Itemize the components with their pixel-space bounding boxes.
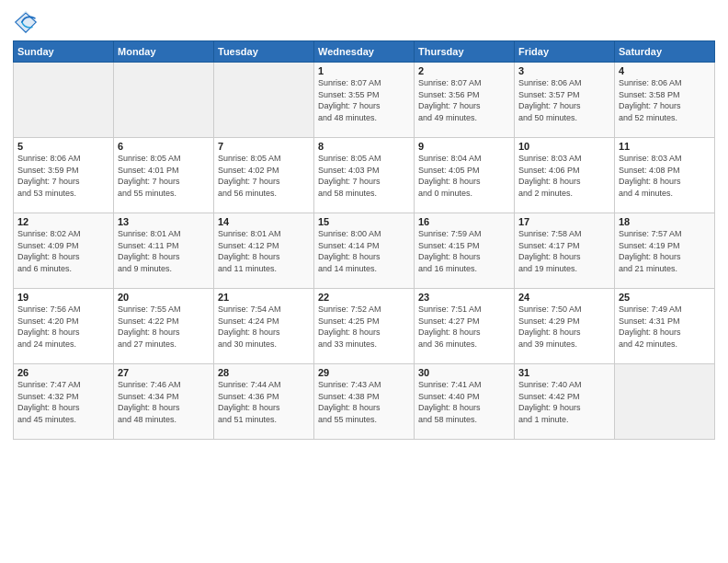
week-row-1: 1Sunrise: 8:07 AM Sunset: 3:55 PM Daylig… xyxy=(14,63,715,138)
day-info: Sunrise: 7:57 AM Sunset: 4:19 PM Dayligh… xyxy=(619,228,711,274)
week-row-4: 19Sunrise: 7:56 AM Sunset: 4:20 PM Dayli… xyxy=(14,289,715,364)
day-number: 16 xyxy=(418,216,510,227)
calendar-cell: 22Sunrise: 7:52 AM Sunset: 4:25 PM Dayli… xyxy=(314,289,415,364)
weekday-header-friday: Friday xyxy=(515,41,615,63)
day-number: 6 xyxy=(118,141,210,152)
calendar-cell: 27Sunrise: 7:46 AM Sunset: 4:34 PM Dayli… xyxy=(114,364,214,440)
day-info: Sunrise: 7:52 AM Sunset: 4:25 PM Dayligh… xyxy=(318,304,410,350)
day-number: 7 xyxy=(218,141,310,152)
calendar-cell: 16Sunrise: 7:59 AM Sunset: 4:15 PM Dayli… xyxy=(415,213,515,289)
day-number: 24 xyxy=(518,292,610,303)
weekday-header-row: SundayMondayTuesdayWednesdayThursdayFrid… xyxy=(14,41,715,63)
day-info: Sunrise: 7:51 AM Sunset: 4:27 PM Dayligh… xyxy=(418,304,510,350)
calendar-cell: 28Sunrise: 7:44 AM Sunset: 4:36 PM Dayli… xyxy=(214,364,314,440)
day-info: Sunrise: 8:06 AM Sunset: 3:59 PM Dayligh… xyxy=(17,153,109,199)
day-info: Sunrise: 7:56 AM Sunset: 4:20 PM Dayligh… xyxy=(17,304,109,350)
day-number: 26 xyxy=(17,367,109,378)
calendar-cell: 14Sunrise: 8:01 AM Sunset: 4:12 PM Dayli… xyxy=(214,213,314,289)
day-number: 4 xyxy=(619,65,711,76)
day-info: Sunrise: 7:58 AM Sunset: 4:17 PM Dayligh… xyxy=(518,228,610,274)
weekday-header-monday: Monday xyxy=(114,41,214,63)
calendar-cell: 17Sunrise: 7:58 AM Sunset: 4:17 PM Dayli… xyxy=(515,213,615,289)
weekday-header-wednesday: Wednesday xyxy=(314,41,415,63)
day-info: Sunrise: 7:55 AM Sunset: 4:22 PM Dayligh… xyxy=(118,304,210,350)
day-info: Sunrise: 8:03 AM Sunset: 4:06 PM Dayligh… xyxy=(518,153,610,199)
day-info: Sunrise: 7:46 AM Sunset: 4:34 PM Dayligh… xyxy=(118,379,210,425)
day-info: Sunrise: 8:05 AM Sunset: 4:02 PM Dayligh… xyxy=(218,153,310,199)
day-info: Sunrise: 8:03 AM Sunset: 4:08 PM Dayligh… xyxy=(619,153,711,199)
day-number: 18 xyxy=(619,216,711,227)
day-info: Sunrise: 7:44 AM Sunset: 4:36 PM Dayligh… xyxy=(218,379,310,425)
calendar-cell: 29Sunrise: 7:43 AM Sunset: 4:38 PM Dayli… xyxy=(314,364,415,440)
calendar-cell: 20Sunrise: 7:55 AM Sunset: 4:22 PM Dayli… xyxy=(114,289,214,364)
calendar-cell xyxy=(114,63,214,138)
calendar-cell: 26Sunrise: 7:47 AM Sunset: 4:32 PM Dayli… xyxy=(14,364,114,440)
calendar-cell: 6Sunrise: 8:05 AM Sunset: 4:01 PM Daylig… xyxy=(114,138,214,213)
day-info: Sunrise: 8:06 AM Sunset: 3:57 PM Dayligh… xyxy=(518,77,610,123)
day-number: 15 xyxy=(318,216,410,227)
day-info: Sunrise: 8:01 AM Sunset: 4:11 PM Dayligh… xyxy=(118,228,210,274)
day-number: 8 xyxy=(318,141,410,152)
day-info: Sunrise: 8:07 AM Sunset: 3:55 PM Dayligh… xyxy=(318,77,410,123)
day-number: 21 xyxy=(218,292,310,303)
weekday-header-saturday: Saturday xyxy=(615,41,715,63)
calendar-cell: 11Sunrise: 8:03 AM Sunset: 4:08 PM Dayli… xyxy=(615,138,715,213)
calendar-cell: 25Sunrise: 7:49 AM Sunset: 4:31 PM Dayli… xyxy=(615,289,715,364)
day-info: Sunrise: 7:40 AM Sunset: 4:42 PM Dayligh… xyxy=(518,379,610,425)
day-info: Sunrise: 7:59 AM Sunset: 4:15 PM Dayligh… xyxy=(418,228,510,274)
weekday-header-thursday: Thursday xyxy=(415,41,515,63)
logo-icon xyxy=(13,9,39,35)
day-number: 13 xyxy=(118,216,210,227)
day-info: Sunrise: 7:41 AM Sunset: 4:40 PM Dayligh… xyxy=(418,379,510,425)
day-info: Sunrise: 7:49 AM Sunset: 4:31 PM Dayligh… xyxy=(619,304,711,350)
calendar-cell: 18Sunrise: 7:57 AM Sunset: 4:19 PM Dayli… xyxy=(615,213,715,289)
calendar-cell: 8Sunrise: 8:05 AM Sunset: 4:03 PM Daylig… xyxy=(314,138,415,213)
header xyxy=(13,9,715,35)
page: SundayMondayTuesdayWednesdayThursdayFrid… xyxy=(0,0,728,563)
day-number: 14 xyxy=(218,216,310,227)
week-row-5: 26Sunrise: 7:47 AM Sunset: 4:32 PM Dayli… xyxy=(14,364,715,440)
day-number: 28 xyxy=(218,367,310,378)
day-info: Sunrise: 7:54 AM Sunset: 4:24 PM Dayligh… xyxy=(218,304,310,350)
calendar-cell: 9Sunrise: 8:04 AM Sunset: 4:05 PM Daylig… xyxy=(415,138,515,213)
calendar-cell xyxy=(214,63,314,138)
day-number: 23 xyxy=(418,292,510,303)
calendar-cell: 31Sunrise: 7:40 AM Sunset: 4:42 PM Dayli… xyxy=(515,364,615,440)
weekday-header-sunday: Sunday xyxy=(14,41,114,63)
day-info: Sunrise: 8:05 AM Sunset: 4:01 PM Dayligh… xyxy=(118,153,210,199)
day-number: 25 xyxy=(619,292,711,303)
day-info: Sunrise: 8:04 AM Sunset: 4:05 PM Dayligh… xyxy=(418,153,510,199)
day-number: 5 xyxy=(17,141,109,152)
day-number: 22 xyxy=(318,292,410,303)
day-info: Sunrise: 8:07 AM Sunset: 3:56 PM Dayligh… xyxy=(418,77,510,123)
day-number: 1 xyxy=(318,65,410,76)
logo xyxy=(13,9,42,35)
day-number: 29 xyxy=(318,367,410,378)
day-number: 31 xyxy=(518,367,610,378)
svg-marker-0 xyxy=(14,10,37,33)
day-info: Sunrise: 7:47 AM Sunset: 4:32 PM Dayligh… xyxy=(17,379,109,425)
calendar-cell: 19Sunrise: 7:56 AM Sunset: 4:20 PM Dayli… xyxy=(14,289,114,364)
day-number: 12 xyxy=(17,216,109,227)
day-info: Sunrise: 8:06 AM Sunset: 3:58 PM Dayligh… xyxy=(619,77,711,123)
calendar-cell: 4Sunrise: 8:06 AM Sunset: 3:58 PM Daylig… xyxy=(615,63,715,138)
day-number: 10 xyxy=(518,141,610,152)
day-number: 2 xyxy=(418,65,510,76)
day-info: Sunrise: 7:50 AM Sunset: 4:29 PM Dayligh… xyxy=(518,304,610,350)
calendar-cell: 15Sunrise: 8:00 AM Sunset: 4:14 PM Dayli… xyxy=(314,213,415,289)
calendar-cell: 3Sunrise: 8:06 AM Sunset: 3:57 PM Daylig… xyxy=(515,63,615,138)
calendar-table: SundayMondayTuesdayWednesdayThursdayFrid… xyxy=(13,40,715,440)
calendar-cell: 10Sunrise: 8:03 AM Sunset: 4:06 PM Dayli… xyxy=(515,138,615,213)
day-number: 27 xyxy=(118,367,210,378)
day-info: Sunrise: 7:43 AM Sunset: 4:38 PM Dayligh… xyxy=(318,379,410,425)
weekday-header-tuesday: Tuesday xyxy=(214,41,314,63)
calendar-cell: 2Sunrise: 8:07 AM Sunset: 3:56 PM Daylig… xyxy=(415,63,515,138)
day-info: Sunrise: 8:00 AM Sunset: 4:14 PM Dayligh… xyxy=(318,228,410,274)
week-row-2: 5Sunrise: 8:06 AM Sunset: 3:59 PM Daylig… xyxy=(14,138,715,213)
day-info: Sunrise: 8:05 AM Sunset: 4:03 PM Dayligh… xyxy=(318,153,410,199)
day-number: 9 xyxy=(418,141,510,152)
calendar-cell xyxy=(615,364,715,440)
calendar-cell: 24Sunrise: 7:50 AM Sunset: 4:29 PM Dayli… xyxy=(515,289,615,364)
day-number: 20 xyxy=(118,292,210,303)
day-number: 30 xyxy=(418,367,510,378)
